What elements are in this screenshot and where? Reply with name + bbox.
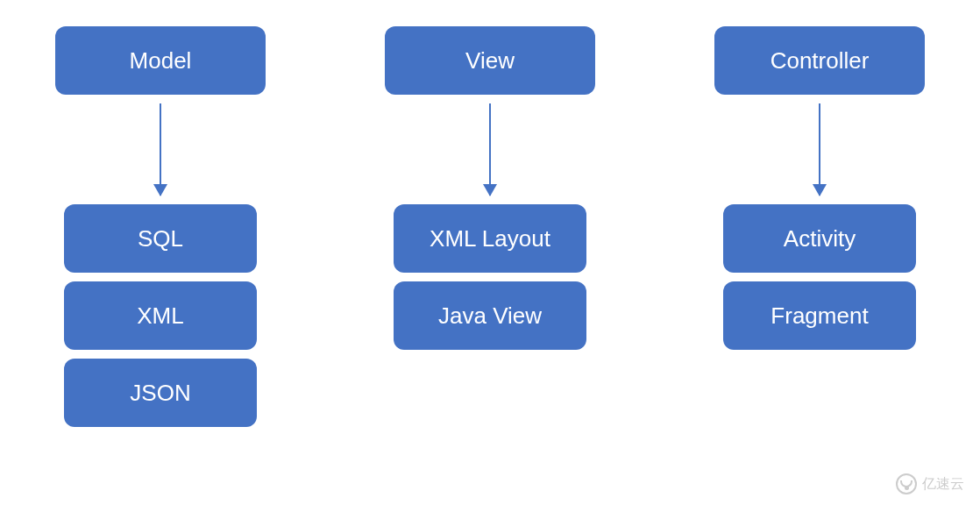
sql-label: SQL [138,225,183,252]
sql-box: SQL [64,204,257,273]
fragment-box: Fragment [723,281,916,350]
controller-children: Activity Fragment [723,204,916,359]
model-children: SQL XML JSON [64,204,257,436]
arrow-line [489,103,491,196]
arrow-head-icon [153,184,167,196]
xml-layout-label: XML Layout [430,225,550,252]
fragment-label: Fragment [771,302,868,330]
watermark-text: 亿速云 [922,475,964,494]
model-column: Model SQL XML JSON [39,26,281,436]
xml-label: XML [137,302,183,330]
json-label: JSON [130,380,190,407]
json-box: JSON [64,359,257,427]
cloud-icon [896,473,917,494]
view-column: View XML Layout Java View [369,26,611,436]
java-view-label: Java View [438,302,542,330]
java-view-box: Java View [394,281,586,350]
activity-box: Activity [723,204,916,273]
arrow-line [160,103,161,196]
xml-box: XML [64,281,257,350]
arrow [819,95,820,204]
view-header-label: View [465,47,515,75]
xml-layout-box: XML Layout [394,204,586,273]
arrow [160,95,161,204]
arrow-line [819,103,820,196]
controller-column: Controller Activity Fragment [699,26,941,436]
arrow-head-icon [813,184,827,196]
model-header-box: Model [55,26,266,95]
watermark: 亿速云 [896,473,964,494]
controller-header-label: Controller [771,47,870,75]
model-header-label: Model [130,47,192,75]
controller-header-box: Controller [714,26,925,95]
view-children: XML Layout Java View [394,204,586,359]
arrow-head-icon [483,184,497,196]
arrow [489,95,491,204]
view-header-box: View [385,26,595,95]
mvc-diagram: Model SQL XML JSON View [0,0,980,436]
activity-label: Activity [784,225,856,252]
